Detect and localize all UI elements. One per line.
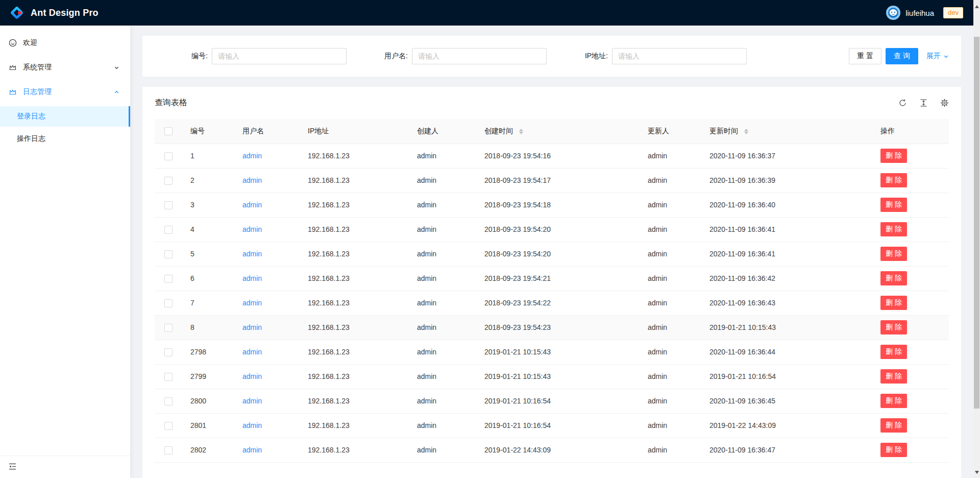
cell-updated-time: 2020-11-09 16:36:37 [701, 144, 872, 168]
cell-id: 2802 [182, 438, 234, 462]
column-header-created-time[interactable]: 创建时间 [476, 119, 640, 144]
crown-icon [9, 88, 17, 96]
row-checkbox[interactable] [164, 324, 173, 332]
delete-button[interactable]: 删 除 [880, 247, 907, 261]
row-checkbox[interactable] [164, 201, 173, 209]
table-row: 6 admin 192.168.1.23 admin 2018-09-23 19… [155, 266, 949, 291]
cell-id: 2799 [182, 364, 234, 389]
delete-button[interactable]: 删 除 [880, 222, 907, 236]
scroll-up-arrow-icon[interactable] [975, 5, 979, 8]
username-link[interactable]: admin [242, 397, 262, 405]
expand-toggle[interactable]: 展开 [926, 52, 949, 61]
row-checkbox[interactable] [164, 250, 173, 258]
column-header-ip: IP地址 [300, 119, 409, 144]
cell-created-time: 2018-09-23 19:54:16 [476, 144, 640, 168]
ant-design-logo-icon [9, 5, 24, 20]
delete-button[interactable]: 删 除 [880, 418, 907, 433]
username-link[interactable]: admin [242, 446, 262, 454]
username-field[interactable] [412, 48, 547, 64]
username-link[interactable]: admin [242, 372, 262, 380]
delete-button[interactable]: 删 除 [880, 271, 907, 285]
table-row: 2 admin 192.168.1.23 admin 2018-09-23 19… [155, 168, 949, 193]
settings-gear-icon[interactable] [940, 99, 949, 107]
cell-creator: admin [409, 364, 476, 389]
cell-id: 4 [182, 217, 234, 242]
delete-button[interactable]: 删 除 [880, 149, 907, 163]
cell-ip: 192.168.1.23 [300, 291, 409, 315]
user-menu[interactable]: liufeihua dev [886, 6, 963, 20]
username-link[interactable]: admin [242, 152, 262, 160]
username-link[interactable]: admin [242, 348, 262, 356]
cell-ip: 192.168.1.23 [300, 413, 409, 438]
cell-id: 3 [182, 193, 234, 217]
cell-created-time: 2018-09-23 19:54:18 [476, 193, 640, 217]
column-header-updated-time[interactable]: 更新时间 [701, 119, 872, 144]
select-all-checkbox[interactable] [164, 127, 173, 135]
row-checkbox[interactable] [164, 226, 173, 234]
cell-ip: 192.168.1.23 [300, 438, 409, 462]
delete-button[interactable]: 删 除 [880, 296, 907, 310]
row-checkbox[interactable] [164, 348, 173, 356]
cell-updater: admin [640, 217, 701, 242]
table-row: 8 admin 192.168.1.23 admin 2018-09-23 19… [155, 315, 949, 340]
chevron-up-icon [114, 89, 119, 95]
cell-updater: admin [640, 413, 701, 438]
row-checkbox[interactable] [164, 373, 173, 381]
delete-button[interactable]: 删 除 [880, 173, 907, 187]
username-link[interactable]: admin [242, 299, 262, 307]
sidebar-item-label: 系统管理 [23, 63, 114, 72]
query-button[interactable]: 查 询 [886, 48, 918, 64]
sidebar-menu: 欢迎 系统管理 日志管理 [0, 26, 130, 456]
row-checkbox[interactable] [164, 422, 173, 430]
row-checkbox[interactable] [164, 275, 173, 283]
cell-ip: 192.168.1.23 [300, 364, 409, 389]
logo-home-link[interactable]: Ant Design Pro [9, 5, 99, 20]
id-field[interactable] [212, 48, 347, 64]
sorter-icon[interactable] [519, 129, 523, 134]
cell-updater: admin [640, 168, 701, 193]
sidebar-item-system-management[interactable]: 系统管理 [0, 57, 130, 78]
sidebar-item-log-management[interactable]: 日志管理 [0, 82, 130, 102]
reload-icon[interactable] [898, 99, 907, 107]
scroll-down-arrow-icon[interactable] [975, 471, 979, 474]
sorter-icon[interactable] [744, 129, 748, 134]
row-checkbox[interactable] [164, 397, 173, 405]
ip-field[interactable] [612, 48, 747, 64]
menu-fold-icon[interactable] [9, 463, 17, 471]
username-link[interactable]: admin [242, 225, 262, 233]
delete-button[interactable]: 删 除 [880, 198, 907, 212]
username-link[interactable]: admin [242, 250, 262, 258]
delete-button[interactable]: 删 除 [880, 320, 907, 334]
expand-label: 展开 [926, 52, 941, 61]
username-link[interactable]: admin [242, 421, 262, 429]
sidebar-footer [0, 456, 130, 478]
cell-updater: admin [640, 438, 701, 462]
cell-created-time: 2018-09-23 19:54:22 [476, 291, 640, 315]
delete-button[interactable]: 删 除 [880, 345, 907, 359]
username-field-label: 用户名: [355, 52, 408, 61]
cell-updated-time: 2020-11-09 16:36:41 [701, 217, 872, 242]
username-link[interactable]: admin [242, 201, 262, 209]
sidebar-item-welcome[interactable]: 欢迎 [0, 33, 130, 53]
username-link[interactable]: admin [242, 176, 262, 184]
reset-button[interactable]: 重 置 [849, 48, 881, 64]
username-link[interactable]: admin [242, 274, 262, 282]
delete-button[interactable]: 删 除 [880, 443, 907, 457]
delete-button[interactable]: 删 除 [880, 369, 907, 384]
sidebar-item-login-log[interactable]: 登录日志 [0, 106, 130, 127]
delete-button[interactable]: 删 除 [880, 394, 907, 408]
page-scrollbar[interactable] [973, 0, 980, 478]
sidebar-item-operation-log[interactable]: 操作日志 [0, 129, 130, 149]
scrollbar-thumb[interactable] [974, 37, 979, 409]
row-checkbox[interactable] [164, 299, 173, 307]
cell-id: 7 [182, 291, 234, 315]
username-link[interactable]: admin [242, 323, 262, 331]
cell-updated-time: 2020-11-09 16:36:45 [701, 389, 872, 413]
column-height-icon[interactable] [919, 99, 928, 107]
row-checkbox[interactable] [164, 446, 173, 455]
table-row: 2800 admin 192.168.1.23 admin 2019-01-21… [155, 389, 949, 413]
cell-ip: 192.168.1.23 [300, 266, 409, 291]
row-checkbox[interactable] [164, 177, 173, 185]
ip-field-label: IP地址: [555, 52, 608, 61]
row-checkbox[interactable] [164, 152, 173, 160]
